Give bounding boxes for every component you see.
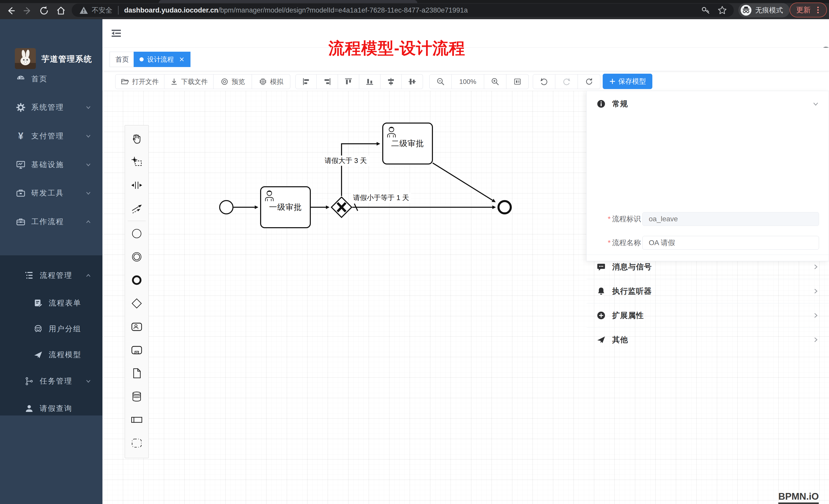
simulate-button[interactable]: 模拟	[252, 74, 290, 89]
message-icon	[597, 263, 606, 271]
browser-tab-strip	[0, 0, 829, 3]
paper-plane-icon	[33, 350, 43, 359]
annotation-text: 流程模型-设计流程	[294, 37, 499, 60]
password-key-icon[interactable]	[701, 6, 710, 15]
section-execution-listeners[interactable]: 执行监听器	[586, 279, 829, 303]
section-general[interactable]: 常规	[586, 91, 829, 117]
zoom-level-display[interactable]: 100%	[452, 74, 484, 89]
flow-label-gt3[interactable]: 请假大于 3 天	[323, 156, 369, 166]
open-file-button[interactable]: 打开文件	[115, 74, 165, 89]
align-right-button[interactable]	[317, 74, 338, 89]
zoom-in-button[interactable]	[484, 74, 506, 89]
briefcase-icon	[16, 189, 26, 198]
process-key-label: *流程标识	[586, 214, 641, 224]
sidebar-item-process-management[interactable]: 流程管理	[0, 263, 102, 288]
section-extended-properties[interactable]: 扩展属性	[586, 303, 829, 327]
process-name-input[interactable]	[642, 236, 819, 250]
security-label[interactable]: 不安全	[92, 6, 112, 15]
align-left-button[interactable]	[295, 74, 317, 89]
toolbox-icon	[16, 217, 26, 226]
incognito-badge: 无痕模式	[738, 3, 790, 17]
pipeline-icon	[24, 377, 34, 386]
redo-icon	[562, 77, 571, 86]
chip-icon	[259, 78, 267, 86]
sidebar-collapse-icon[interactable]	[111, 28, 122, 39]
process-key-input[interactable]	[642, 212, 819, 226]
zoom-out-button[interactable]	[429, 74, 452, 89]
user-task-icon	[386, 126, 397, 138]
sidebar-item-infrastructure[interactable]: 基础设施	[0, 151, 102, 179]
align-center-horizontal-button[interactable]	[381, 74, 402, 89]
end-event[interactable]	[498, 200, 512, 215]
reset-viewport-button[interactable]	[506, 74, 529, 89]
browser-menu-kebab-icon[interactable]	[814, 6, 822, 14]
app-root: 不安全 dashboard.yudao.iocoder.cn/bpm/manag…	[0, 0, 829, 504]
yen-icon: ¥	[16, 131, 26, 142]
workflow-submenu: 流程管理 流程表单 用户分组 流程模型 任务管理 请假	[0, 255, 102, 416]
chevron-right-icon	[813, 288, 819, 295]
zoom-in-icon	[491, 77, 500, 86]
download-file-button[interactable]: 下载文件	[165, 74, 214, 89]
app-title: 芋道管理系统	[41, 54, 92, 65]
tab-home[interactable]: 首页	[110, 52, 135, 67]
flow-label-le1[interactable]: 请假小于等于 1 天	[351, 193, 411, 203]
sidebar-item-devtools[interactable]: 研发工具	[0, 179, 102, 207]
align-bottom-button[interactable]	[359, 74, 381, 89]
url-bar[interactable]: 不安全 dashboard.yudao.iocoder.cn/bpm/manag…	[72, 4, 734, 17]
bookmark-star-icon[interactable]	[717, 5, 727, 15]
preview-button[interactable]: 预览	[214, 74, 252, 89]
bpmn-io-watermark[interactable]: BPMN.iO	[778, 491, 819, 504]
sidebar-item-process-model[interactable]: 流程模型	[0, 342, 102, 367]
sidebar-item-workflow[interactable]: 工作流程	[0, 208, 102, 236]
refresh-icon	[585, 77, 593, 86]
flow-task2-to-end[interactable]	[433, 163, 493, 200]
browser-active-tab[interactable]	[159, 0, 417, 3]
start-event[interactable]	[219, 200, 233, 215]
chevron-right-icon	[813, 264, 819, 270]
reload-icon[interactable]	[39, 6, 49, 16]
back-icon[interactable]	[6, 6, 16, 16]
task-second-approval[interactable]: 二级审批	[382, 122, 433, 164]
save-model-button[interactable]: 保存模型	[603, 74, 652, 89]
undo-button[interactable]	[533, 74, 555, 89]
tab-design-process[interactable]: 设计流程	[134, 52, 190, 67]
flow-gateway-to-task2[interactable]	[341, 144, 376, 196]
align-left-icon	[302, 77, 311, 86]
sidebar-item-user-group[interactable]: 用户分组	[0, 316, 102, 342]
user-task-icon	[264, 190, 275, 202]
close-icon[interactable]	[179, 56, 185, 62]
robot-face-icon	[33, 325, 43, 333]
section-messages-signals[interactable]: 消息与信号	[586, 255, 829, 279]
chevron-down-icon	[85, 162, 91, 167]
browser-chrome: 不安全 dashboard.yudao.iocoder.cn/bpm/manag…	[0, 0, 829, 19]
update-label[interactable]: 更新	[796, 5, 810, 15]
align-top-icon	[344, 77, 353, 86]
sidebar-item-leave-query[interactable]: 请假查询	[0, 395, 102, 421]
align-center-h-icon	[387, 77, 395, 86]
redo-button[interactable]	[555, 74, 578, 89]
sidebar-item-home[interactable]: 首页	[0, 65, 102, 93]
sidebar-item-system[interactable]: 系统管理	[0, 93, 102, 121]
document-edit-icon	[33, 299, 43, 308]
align-top-button[interactable]	[338, 74, 359, 89]
align-center-vertical-button[interactable]	[402, 74, 423, 89]
sidebar: 芋道管理系统 首页 系统管理 ¥ 支付管理 基础设施 研发工具 工作	[0, 19, 102, 504]
bell-icon	[597, 287, 606, 296]
task-first-approval[interactable]: 一级审批	[260, 186, 311, 228]
section-other[interactable]: 其他	[586, 327, 829, 352]
align-center-v-icon	[408, 77, 417, 86]
browser-update-button[interactable]: 更新	[790, 3, 827, 17]
sidebar-item-process-form[interactable]: 流程表单	[0, 290, 102, 316]
home-icon[interactable]	[56, 6, 66, 16]
send-icon	[597, 336, 606, 344]
forward-icon[interactable]	[23, 6, 33, 16]
sidebar-item-payment[interactable]: ¥ 支付管理	[0, 122, 102, 150]
sidebar-item-task-management[interactable]: 任务管理	[0, 368, 102, 394]
url-divider	[118, 6, 118, 14]
download-icon	[170, 78, 178, 86]
align-bottom-icon	[365, 77, 374, 86]
chevron-right-icon	[813, 337, 819, 343]
restart-button[interactable]	[578, 74, 600, 89]
chevron-up-icon	[85, 273, 91, 278]
gear-icon	[16, 103, 26, 112]
